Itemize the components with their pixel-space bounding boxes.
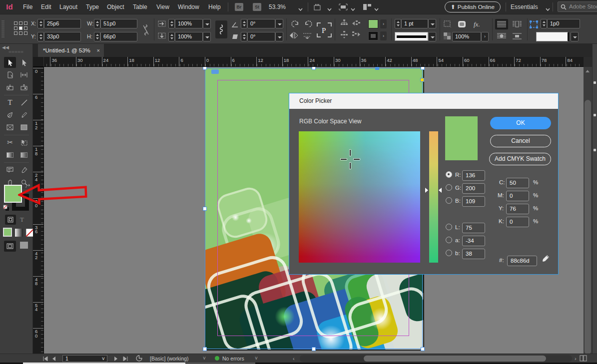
scale-x-stepper[interactable] [168,19,175,28]
select-next-icon[interactable] [351,30,361,39]
k-field[interactable]: 0 [506,217,529,227]
eyedropper-tool[interactable] [18,164,30,175]
shear-dropdown[interactable] [275,32,283,41]
view-options-icon[interactable] [314,3,325,11]
error-status[interactable]: No errors [222,356,244,362]
y-stepper[interactable] [37,32,44,41]
scroll-left-icon[interactable]: ‹ [293,356,295,362]
screen-mode-icon[interactable] [339,3,348,11]
stroke-weight-field[interactable]: 1 pt [401,19,428,28]
menu-object[interactable]: Object [107,0,124,14]
object-style-swatch[interactable] [536,32,569,41]
stroke-flyout-arrow[interactable]: › [380,31,387,40]
opacity-field[interactable]: 100% [452,32,481,41]
formatting-affects-text-button[interactable]: T [20,216,24,224]
menu-table[interactable]: Table [133,0,147,14]
corner-radius-icon[interactable] [458,20,467,29]
first-page-icon[interactable] [43,356,48,362]
stroke-weight-stepper[interactable] [395,19,401,28]
radio-r[interactable] [446,171,452,178]
prev-page-icon[interactable] [52,356,56,362]
r-field[interactable]: 136 [462,170,485,181]
reference-point-proxy[interactable] [14,21,27,35]
object-style-dropdown[interactable] [571,32,579,41]
jump-object-button[interactable] [511,31,524,41]
horizontal-scrollbar[interactable] [300,355,572,362]
workspace-switcher[interactable]: Essentials [511,0,538,14]
arrange-documents-icon[interactable] [363,3,372,11]
fill-swatch[interactable] [368,19,378,28]
vertical-ruler[interactable]: 0612182430364248546066 [33,67,44,354]
rotation-field[interactable]: 0° [247,19,275,28]
vertical-scroll-thumb[interactable] [585,100,591,355]
dialog-title[interactable]: Color Picker [289,93,558,109]
normal-view-mode-button[interactable] [4,241,16,252]
opacity-flyout[interactable]: › [481,32,489,41]
a-field[interactable]: -34 [462,236,485,246]
selection-handle[interactable] [312,67,316,70]
menu-edit[interactable]: Edit [41,0,51,14]
stock-button[interactable]: St [253,3,261,11]
color-slider[interactable] [429,131,438,263]
apply-gradient-button[interactable] [15,229,23,237]
workspace-dropdown-icon[interactable] [546,6,550,12]
c-field[interactable]: 50 [506,178,529,188]
direct-selection-tool[interactable] [18,57,30,68]
default-fill-stroke-icon[interactable] [3,205,9,212]
selection-handle[interactable] [203,67,207,70]
page-tool[interactable] [4,69,16,80]
rotate-cw-icon[interactable] [290,19,300,29]
flip-vertical-icon[interactable] [302,31,312,40]
color-field-cursor[interactable] [341,150,360,169]
scissors-tool[interactable]: ✂ [4,137,16,148]
menu-view[interactable]: View [156,0,169,14]
document-tab[interactable]: *Untitled-1 @ 53%× [38,44,104,57]
radio-b[interactable] [446,197,452,204]
apply-color-button[interactable] [3,228,12,237]
corner-options-icon[interactable]: . [444,20,452,28]
rotate-ccw-icon[interactable] [303,19,313,29]
preflight-preset[interactable]: [Basic] (working) [150,356,189,362]
scale-y-dropdown[interactable] [203,32,211,41]
shear-field[interactable]: 0° [247,32,275,41]
l-field[interactable]: 75 [462,223,485,233]
gradient-feather-tool[interactable] [18,149,30,160]
stroke-swatch[interactable] [368,31,378,40]
g-field[interactable]: 200 [462,183,485,194]
shear-stepper[interactable] [241,32,247,41]
vertical-scrollbar[interactable] [584,67,592,354]
select-previous-icon[interactable] [351,19,361,28]
x-field[interactable]: 25p6 [44,19,81,28]
arrange-documents-dropdown-icon[interactable] [374,6,379,12]
preview-mode-button[interactable] [20,242,28,249]
radio-a[interactable] [446,237,452,243]
ruler-corner[interactable] [33,57,44,67]
formatting-affects-container-button[interactable] [5,215,16,225]
menu-file[interactable]: File [23,0,32,14]
constrain-scale-link-button[interactable] [215,20,227,38]
selection-handle[interactable] [421,67,425,70]
horizontal-ruler[interactable]: 363024181260612182430364248546066727884 [44,57,584,67]
scale-x-dropdown[interactable] [203,19,211,28]
select-content-icon[interactable] [340,30,349,39]
m-field[interactable]: 0 [506,191,529,201]
radio-b-lab[interactable] [446,250,452,256]
rectangle-tool[interactable] [18,122,30,133]
menu-window[interactable]: Window [178,0,199,14]
zoom-dropdown-icon[interactable] [298,6,303,12]
ok-button[interactable]: OK [490,117,551,129]
menu-help[interactable]: Help [208,0,221,14]
rotation-dropdown[interactable] [275,19,283,28]
rotation-stepper[interactable] [241,19,247,28]
panel-grip[interactable] [1,20,4,38]
pen-tool[interactable] [4,109,16,120]
selection-tool[interactable] [4,57,16,68]
frame-fitting-icon[interactable] [530,20,538,29]
y-field[interactable]: 76 [506,204,529,214]
spread-view-icon[interactable] [580,355,588,363]
scale-y-field[interactable]: 100% [175,32,203,41]
x-stepper[interactable] [37,19,44,28]
menu-type[interactable]: Type [86,0,99,14]
selection-handle[interactable] [203,207,207,211]
cancel-button[interactable]: Cancel [490,135,551,147]
